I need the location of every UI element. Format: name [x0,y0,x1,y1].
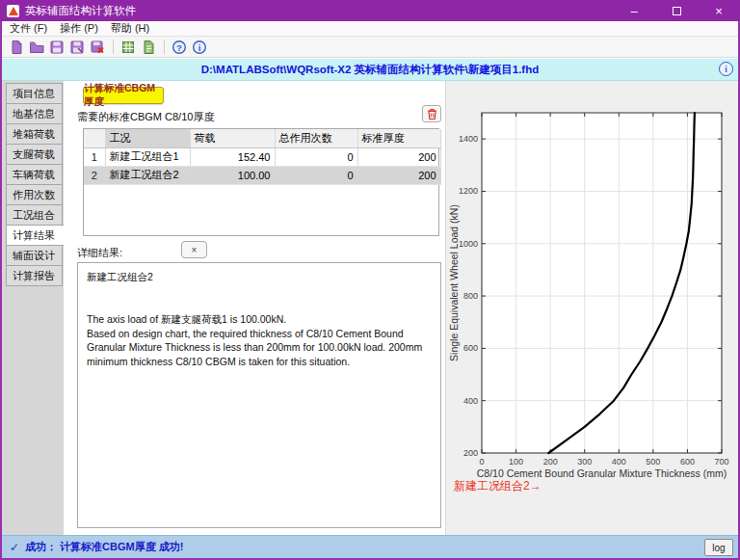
path-badge-icon[interactable]: i [719,62,733,76]
details-close-button[interactable]: × [181,241,207,258]
cell-case[interactable]: 新建工况组合1 [105,147,190,166]
cell-action-count[interactable]: 0 [275,166,357,184]
sidebar-item-foundation-info[interactable]: 地基信息 [6,103,63,124]
app-window: 英标辅面结构计算软件 – × 文件 (F) 操作 (P) 帮助 (H) [0,0,740,560]
window-controls: – × [613,0,740,21]
window-title: 英标辅面结构计算软件 [25,4,136,18]
save-as-file-icon[interactable] [67,39,86,56]
status-bar: ✓ 成功： 计算标准CBGM厚度 成功! log [2,535,738,558]
svg-text:?: ? [176,41,182,52]
svg-text:600: 600 [463,343,478,353]
svg-text:500: 500 [646,457,660,467]
cell-action-count[interactable]: 0 [275,147,357,166]
svg-text:600: 600 [680,457,695,467]
sidebar-item-calc-results[interactable]: 计算结果 [6,225,64,246]
svg-text:1000: 1000 [459,239,478,249]
sidebar-item-action-count[interactable]: 作用次数 [6,184,63,205]
table-row[interactable]: 2 新建工况组合2 100.00 0 200 [84,166,440,184]
open-file-icon[interactable] [27,39,45,56]
content-area: 项目信息 地基信息 堆箱荷载 支腿荷载 车辆荷载 作用次数 工况组合 计算结果 … [2,81,738,535]
svg-text:1400: 1400 [459,134,478,144]
sidebar-item-stacking-load[interactable]: 堆箱荷载 [6,123,63,145]
menu-bar: 文件 (F) 操作 (P) 帮助 (H) [2,21,738,37]
export-table-icon[interactable] [119,39,137,56]
row-number: 2 [84,166,105,184]
menu-operate[interactable]: 操作 (P) [60,21,98,36]
maximize-button[interactable] [655,0,698,21]
trash-icon [427,108,437,120]
svg-text:100: 100 [509,457,523,467]
save-file-icon[interactable] [47,39,66,56]
svg-text:400: 400 [463,396,478,406]
svg-text:C8/10 Cement Bound Granular Mi: C8/10 Cement Bound Granular Mixture Thic… [477,467,727,479]
menu-help[interactable]: 帮助 (H) [111,21,149,36]
sidebar-item-leg-load[interactable]: 支腿荷载 [6,144,63,165]
header-action-count[interactable]: 总作用次数 [275,129,357,147]
calculate-cbgm-button[interactable]: 计算标准CBGM厚度 [83,87,164,104]
header-load[interactable]: 荷载 [190,129,275,147]
sidebar-nav: 项目信息 地基信息 堆箱荷载 支腿荷载 车辆荷载 作用次数 工况组合 计算结果 … [2,81,64,535]
svg-text:300: 300 [577,457,592,467]
table-row[interactable]: 1 新建工况组合1 152.40 0 200 [84,147,440,166]
path-bar: D:\MATLABSoft\WQRsoft-X2 英标辅面结构计算软件\新建项目… [2,59,738,81]
header-rownum [84,129,105,147]
svg-text:新建工况组合2→: 新建工况组合2→ [454,479,542,493]
cell-thickness[interactable]: 200 [357,147,440,166]
sidebar-item-case-combination[interactable]: 工况组合 [6,204,63,226]
svg-text:200: 200 [463,448,478,458]
maximize-icon [673,7,681,15]
header-standard-thickness[interactable]: 标准厚度 [357,129,440,147]
svg-text:1200: 1200 [459,186,478,196]
main-panel: 计算标准CBGM厚度 需要的标准CBGM C8/10厚度 工况 荷载 总作用次数… [64,81,445,535]
project-file-path: D:\MATLABSoft\WQRsoft-X2 英标辅面结构计算软件\新建项目… [201,63,540,77]
close-file-icon[interactable] [88,39,106,56]
sidebar-item-project-info[interactable]: 项目信息 [6,83,63,104]
menu-file[interactable]: 文件 (F) [10,21,47,36]
sidebar-item-pavement-design[interactable]: 辅面设计 [6,245,63,266]
toolbar-separator [113,40,114,54]
app-logo-icon [7,5,19,17]
svg-text:0: 0 [479,457,484,467]
cell-case[interactable]: 新建工况组合2 [105,166,190,184]
chart-panel: 0100200300400500600700200400600800100012… [445,81,738,535]
close-button[interactable]: × [698,0,740,21]
design-chart: 0100200300400500600700200400600800100012… [446,81,737,534]
sidebar-item-calc-report[interactable]: 计算报告 [6,265,63,286]
header-case[interactable]: 工况 [105,129,190,147]
svg-text:400: 400 [612,457,626,467]
cell-load[interactable]: 152.40 [190,147,275,166]
table-header-row: 工况 荷载 总作用次数 标准厚度 [84,129,440,147]
toolbar-separator [164,40,165,54]
title-bar: 英标辅面结构计算软件 – × [0,0,740,21]
table-title: 需要的标准CBGM C8/10厚度 [77,110,214,124]
details-label: 详细结果: [77,246,122,260]
delete-row-button[interactable] [422,105,441,122]
new-file-icon[interactable] [7,39,25,56]
svg-text:700: 700 [714,457,728,467]
svg-text:200: 200 [543,457,558,467]
svg-text:800: 800 [463,291,478,301]
success-check-icon: ✓ [10,541,19,554]
details-text-area[interactable]: 新建工况组合2 The axis load of 新建支腿荷载1 is 100.… [77,262,441,528]
svg-text:Single Equivalent Wheel Load (: Single Equivalent Wheel Load (kN) [448,204,460,361]
tool-bar: ? i [2,37,738,58]
results-table[interactable]: 工况 荷载 总作用次数 标准厚度 1 新建工况组合1 152.40 0 200 … [83,128,439,236]
about-icon[interactable]: i [190,39,208,56]
svg-text:i: i [198,41,200,52]
cell-thickness[interactable]: 200 [357,166,440,184]
sidebar-item-vehicle-load[interactable]: 车辆荷载 [6,164,63,185]
minimize-button[interactable]: – [613,0,655,21]
row-number: 1 [84,147,105,166]
log-button[interactable]: log [704,539,733,556]
export-report-icon[interactable] [139,39,157,56]
cell-load[interactable]: 100.00 [190,166,275,184]
help-icon[interactable]: ? [170,39,188,56]
status-message: 成功： 计算标准CBGM厚度 成功! [25,540,183,554]
